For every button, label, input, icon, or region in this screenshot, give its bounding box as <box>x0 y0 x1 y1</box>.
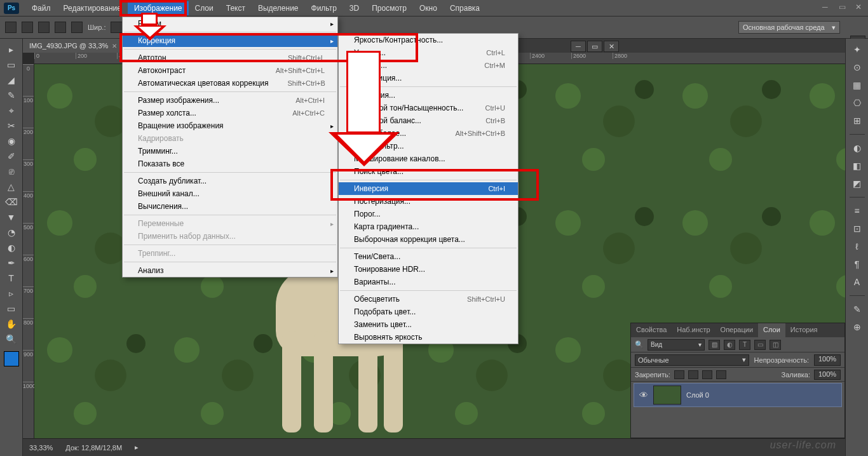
path-tool[interactable]: ▹ <box>3 286 20 300</box>
marquee-mode-sub-icon[interactable] <box>55 22 66 33</box>
marquee-tool[interactable]: ▭ <box>3 58 20 72</box>
menu-edit[interactable]: Редактирование <box>57 1 128 15</box>
menu-item[interactable]: Яркость/Контрастность... <box>339 34 518 46</box>
crop-tool[interactable]: ⌖ <box>3 104 20 117</box>
marquee-mode-intersect-icon[interactable] <box>71 22 83 33</box>
rt-icon-15[interactable]: ⊕ <box>849 320 865 334</box>
status-arrow-icon[interactable]: ▸ <box>135 443 139 452</box>
menu-item[interactable]: Микширование каналов... <box>339 152 518 165</box>
document-tab[interactable]: IMG_4930.JPG @ 33,3% ✕ <box>23 39 124 53</box>
menu-item[interactable]: Показать все <box>123 158 337 170</box>
menu-item[interactable]: Автоматическая цветовая коррекцияShift+C… <box>123 77 337 90</box>
menu-item[interactable]: Анализ <box>123 264 337 277</box>
history-brush-tool[interactable]: △ <box>3 180 20 194</box>
filter-adjust-icon[interactable]: ◐ <box>724 340 735 350</box>
menu-item[interactable]: Режим <box>123 17 337 30</box>
fill-input[interactable]: 100% <box>814 370 841 380</box>
menu-item[interactable]: АвтотонShift+Ctrl+L <box>123 51 337 64</box>
tab-tool-presets[interactable]: Наб.инстр <box>672 323 715 337</box>
visibility-icon[interactable]: 👁 <box>639 390 648 400</box>
menu-select[interactable]: Выделение <box>252 1 305 15</box>
menu-filter[interactable]: Фильтр <box>305 1 343 15</box>
tab-actions[interactable]: Операции <box>715 323 758 337</box>
rt-icon-03[interactable]: ▦ <box>849 78 865 92</box>
filter-smart-icon[interactable]: ◫ <box>770 340 781 350</box>
marquee-mode-add-icon[interactable] <box>38 22 50 33</box>
stamp-tool[interactable]: ⎚ <box>3 164 20 178</box>
pen-tool[interactable]: ✒ <box>3 256 20 270</box>
menu-item[interactable]: Цветовой тон/Насыщенность...Ctrl+U <box>339 102 518 114</box>
menu-item[interactable]: Коррекция <box>123 34 337 47</box>
menu-item[interactable]: Выровнять яркость <box>339 331 518 344</box>
tab-history[interactable]: История <box>785 323 823 337</box>
menu-item[interactable]: Тримминг... <box>123 145 337 158</box>
rt-icon-12[interactable]: ¶ <box>849 257 865 271</box>
rt-icon-06[interactable]: ◐ <box>849 141 865 155</box>
filter-type-select[interactable]: Вид▾ <box>648 339 705 351</box>
doc-minimize-icon[interactable]: ─ <box>571 41 586 52</box>
rt-icon-13[interactable]: A <box>849 275 865 289</box>
move-tool[interactable]: ▸ <box>3 43 20 57</box>
menu-item[interactable]: Черно-белое...Alt+Shift+Ctrl+B <box>339 127 518 140</box>
rt-icon-04[interactable]: ⎔ <box>849 96 865 110</box>
color-swatch[interactable] <box>4 351 19 366</box>
menu-item[interactable]: Вычисления... <box>123 200 337 213</box>
menu-view[interactable]: Просмотр <box>365 1 413 15</box>
shape-tool[interactable]: ▭ <box>3 302 20 316</box>
filter-pixel-icon[interactable]: ▧ <box>709 340 720 350</box>
tab-close-icon[interactable]: ✕ <box>112 43 117 50</box>
rt-icon-11[interactable]: ℓ <box>849 239 865 253</box>
menu-item[interactable]: Поиск цвета... <box>339 165 518 178</box>
eraser-tool[interactable]: ⌫ <box>3 195 20 209</box>
menu-item[interactable]: Уровни...Ctrl+L <box>339 46 518 59</box>
filter-type-icon[interactable]: T <box>739 340 750 350</box>
menu-item[interactable]: Подобрать цвет... <box>339 305 518 318</box>
menu-item[interactable]: Выборочная коррекция цвета... <box>339 233 518 246</box>
layer-row[interactable]: 👁 Слой 0 <box>634 383 842 407</box>
opacity-input[interactable]: 100% <box>814 354 841 366</box>
tab-properties[interactable]: Свойства <box>631 323 672 337</box>
rt-icon-05[interactable]: ⊞ <box>849 114 865 128</box>
lock-transparent-icon[interactable] <box>674 370 684 379</box>
dodge-tool[interactable]: ◐ <box>3 241 20 255</box>
heal-tool[interactable]: ◉ <box>3 134 20 148</box>
menu-item[interactable]: АвтоконтрастAlt+Shift+Ctrl+L <box>123 64 337 77</box>
zoom-level[interactable]: 33,33% <box>29 444 53 452</box>
menu-help[interactable]: Справка <box>444 1 486 15</box>
menu-file[interactable]: Файл <box>25 1 57 15</box>
menu-item[interactable]: Внешний канал... <box>123 187 337 200</box>
lock-pixels-icon[interactable] <box>688 370 698 379</box>
lock-position-icon[interactable] <box>702 370 712 379</box>
rt-icon-10[interactable]: ⊡ <box>849 222 865 236</box>
brush-tool[interactable]: ✐ <box>3 149 20 163</box>
tool-preset-icon[interactable] <box>5 22 17 33</box>
menu-image[interactable]: Изображение <box>128 1 189 15</box>
menu-item[interactable]: Кривые...Ctrl+M <box>339 59 518 72</box>
menu-item[interactable]: Порог... <box>339 208 518 220</box>
marquee-mode-new-icon[interactable] <box>22 22 33 33</box>
lasso-tool[interactable]: ◢ <box>3 73 20 87</box>
menu-layers[interactable]: Слои <box>189 1 220 15</box>
blur-tool[interactable]: ◔ <box>3 225 20 239</box>
layer-thumbnail[interactable] <box>653 386 681 405</box>
workspace-selector[interactable]: Основная рабочая среда ▾ <box>738 21 840 34</box>
minimize-icon[interactable]: ─ <box>822 3 831 10</box>
eyedropper-tool[interactable]: ✂ <box>3 119 20 133</box>
tab-layers[interactable]: Слои <box>758 323 785 337</box>
filter-shape-icon[interactable]: ▭ <box>754 340 766 350</box>
menu-item[interactable]: Карта градиента... <box>339 220 518 233</box>
menu-item[interactable]: Экспозиция... <box>339 72 518 84</box>
doc-maximize-icon[interactable]: ▭ <box>587 41 602 52</box>
rt-icon-14[interactable]: ✎ <box>849 302 865 316</box>
menu-item[interactable]: Фотофильтр... <box>339 140 518 152</box>
rt-icon-02[interactable]: ⊙ <box>849 60 865 74</box>
hand-tool[interactable]: ✋ <box>3 317 20 331</box>
menu-item[interactable]: Тонирование HDR... <box>339 263 518 276</box>
rt-icon-08[interactable]: ◩ <box>849 177 865 191</box>
menu-text[interactable]: Текст <box>220 1 252 15</box>
rt-icon-07[interactable]: ◧ <box>849 159 865 173</box>
menu-item[interactable]: ИнверсияCtrl+I <box>339 182 518 195</box>
menu-item[interactable]: Размер холста...Alt+Ctrl+C <box>123 107 337 119</box>
close-icon[interactable]: ✕ <box>855 3 864 10</box>
menu-item[interactable]: Варианты... <box>339 276 518 288</box>
